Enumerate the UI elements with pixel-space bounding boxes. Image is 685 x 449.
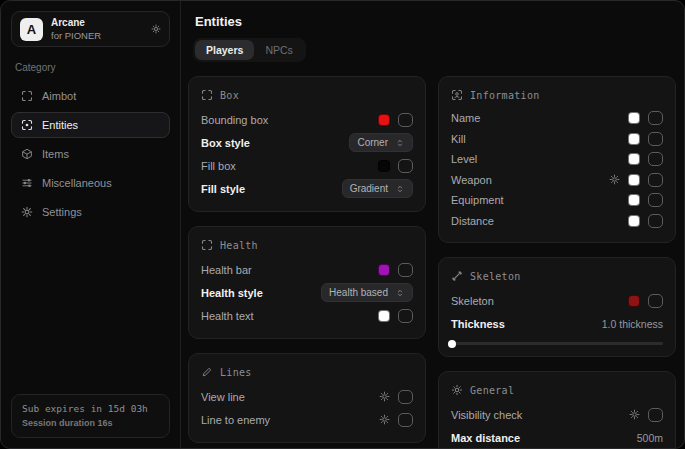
fill-style-dropdown[interactable]: Gradient — [342, 179, 413, 198]
lines-card: Lines View line Line to enemy — [188, 353, 426, 443]
information-card: Information Name Kill — [438, 76, 676, 243]
health-bar-row: Health bar — [201, 258, 413, 281]
gear-icon[interactable] — [629, 409, 640, 420]
gear-icon[interactable] — [379, 391, 390, 402]
row-label: Equipment — [451, 194, 504, 206]
distance-color-swatch[interactable] — [628, 215, 640, 227]
visibility-check-checkbox[interactable] — [648, 408, 663, 422]
sidebar-item-entities[interactable]: Entities — [11, 112, 170, 138]
line-to-enemy-row: Line to enemy — [201, 408, 413, 431]
gear-icon[interactable] — [151, 24, 161, 34]
visibility-check-row: Visibility check — [451, 403, 663, 426]
row-label: Weapon — [451, 174, 492, 186]
gear-icon — [21, 206, 33, 218]
name-checkbox[interactable] — [648, 111, 663, 125]
row-label: Fill box — [201, 160, 236, 172]
brand-subtitle: for PIONER — [51, 30, 143, 42]
max-distance-value: 500m — [637, 432, 663, 444]
sidebar-item-label: Items — [42, 148, 69, 160]
sun-icon — [451, 384, 463, 396]
weapon-row: Weapon — [451, 170, 663, 191]
row-label: Health text — [201, 310, 254, 322]
left-column: Box Bounding box Box style Corner — [188, 76, 426, 449]
fill-box-checkbox[interactable] — [398, 159, 413, 173]
main-panel: Entities Players NPCs Box Bounding box — [181, 1, 685, 448]
tab-npcs[interactable]: NPCs — [254, 40, 303, 60]
health-text-color-swatch[interactable] — [378, 310, 390, 322]
app-window: A Arcane for PIONER Category Aimbot Enti… — [0, 0, 685, 449]
thickness-row: Thickness 1.0 thickness — [451, 312, 663, 335]
health-bar-checkbox[interactable] — [398, 263, 413, 277]
slider-fill — [451, 342, 452, 345]
row-label: Kill — [451, 133, 466, 145]
gear-icon[interactable] — [609, 174, 620, 185]
kill-row: Kill — [451, 129, 663, 150]
cube-icon — [21, 148, 33, 160]
health-bar-color-swatch[interactable] — [378, 264, 390, 276]
card-title: Information — [470, 90, 540, 101]
kill-color-swatch[interactable] — [628, 133, 640, 145]
fill-box-color-swatch[interactable] — [378, 160, 390, 172]
sidebar-item-items[interactable]: Items — [11, 141, 170, 167]
unfold-icon — [395, 138, 405, 148]
slider-thumb[interactable] — [448, 340, 456, 348]
view-line-checkbox[interactable] — [398, 390, 413, 404]
health-text-checkbox[interactable] — [398, 309, 413, 323]
sidebar-item-settings[interactable]: Settings — [11, 199, 170, 225]
thickness-value: 1.0 thickness — [602, 318, 663, 330]
page-title: Entities — [195, 14, 676, 29]
health-card-header: Health — [201, 239, 413, 251]
pencil-icon — [201, 366, 213, 378]
information-card-header: Information — [451, 89, 663, 101]
dropdown-value: Gradient — [350, 183, 388, 194]
skeleton-color-swatch[interactable] — [628, 295, 640, 307]
row-label: Fill style — [201, 183, 245, 195]
health-style-dropdown[interactable]: Health based — [321, 283, 413, 302]
level-color-swatch[interactable] — [628, 153, 640, 165]
sidebar-item-label: Entities — [42, 119, 78, 131]
box-card: Box Bounding box Box style Corner — [188, 76, 426, 212]
level-checkbox[interactable] — [648, 152, 663, 166]
general-card: General Visibility check Max distance 50… — [438, 371, 676, 449]
dropdown-value: Corner — [357, 137, 388, 148]
equipment-color-swatch[interactable] — [628, 194, 640, 206]
sidebar-item-miscellaneous[interactable]: Miscellaneous — [11, 170, 170, 196]
health-text-row: Health text — [201, 304, 413, 327]
sub-expiry-text: Sub expires in 15d 03h — [22, 402, 159, 416]
line-to-enemy-checkbox[interactable] — [398, 413, 413, 427]
crosshair-icon — [21, 90, 33, 102]
bounding-box-color-swatch[interactable] — [378, 114, 390, 126]
card-title: Skeleton — [470, 271, 521, 282]
kill-checkbox[interactable] — [648, 132, 663, 146]
person-scan-icon — [451, 89, 463, 101]
weapon-color-swatch[interactable] — [628, 174, 640, 186]
brand-logo: A — [20, 18, 43, 41]
tab-players[interactable]: Players — [195, 40, 254, 60]
row-label: Level — [451, 153, 477, 165]
sidebar-item-aimbot[interactable]: Aimbot — [11, 83, 170, 109]
skeleton-checkbox[interactable] — [648, 294, 663, 308]
bounding-box-checkbox[interactable] — [398, 113, 413, 127]
row-label: Thickness — [451, 318, 505, 330]
category-label: Category — [15, 62, 166, 73]
health-card: Health Health bar Health style Health ba… — [188, 226, 426, 339]
row-label: Distance — [451, 215, 494, 227]
distance-row: Distance — [451, 211, 663, 232]
row-label: Box style — [201, 137, 250, 149]
box-style-dropdown[interactable]: Corner — [349, 133, 413, 152]
name-color-swatch[interactable] — [628, 112, 640, 124]
card-title: Health — [220, 240, 258, 251]
box-card-header: Box — [201, 89, 413, 101]
row-label: Skeleton — [451, 295, 494, 307]
distance-checkbox[interactable] — [648, 214, 663, 228]
fill-box-row: Fill box — [201, 154, 413, 177]
equipment-checkbox[interactable] — [648, 193, 663, 207]
gear-icon[interactable] — [379, 414, 390, 425]
thickness-slider[interactable] — [451, 342, 663, 345]
skeleton-card-header: Skeleton — [451, 270, 663, 282]
bounding-box-row: Bounding box — [201, 108, 413, 131]
weapon-checkbox[interactable] — [648, 173, 663, 187]
row-label: Bounding box — [201, 114, 268, 126]
card-title: General — [470, 385, 514, 396]
row-label: Max distance — [451, 432, 520, 444]
